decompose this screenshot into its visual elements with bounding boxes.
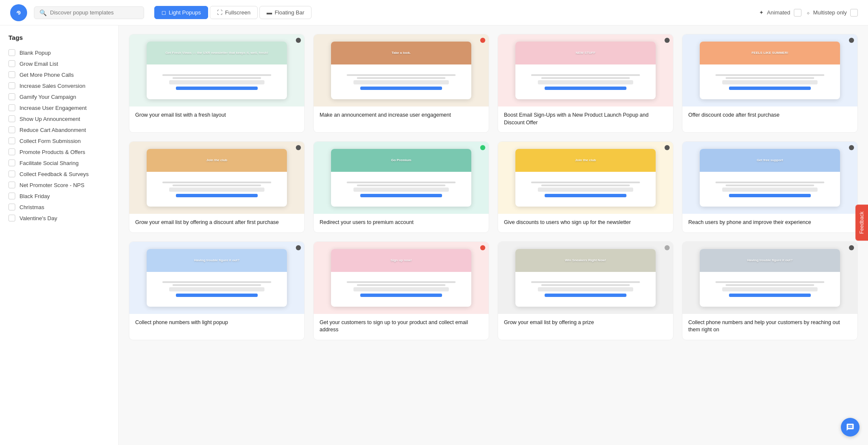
valentines-checkbox[interactable] [8,215,15,221]
animated-checkbox[interactable] [794,9,801,17]
mock-line-2 [541,77,630,79]
sidebar-item-more-calls[interactable]: Get More Phone Calls [8,69,110,80]
card-image-area: Win Sneakers Right Now! [498,242,673,314]
template-card[interactable]: FEELS LIKE SUMMER! Offer discount code a… [682,34,858,133]
card-title: Give discounts to users who sign up for … [504,219,667,227]
logo [10,4,27,21]
card-image-area: Get Fresh Views — the UXR newsletter tha… [129,34,304,106]
template-card[interactable]: Win Sneakers Right Now! Grow your email … [498,241,673,340]
search-input[interactable] [50,9,139,16]
sidebar-item-form-submission[interactable]: Collect Form Submission [8,135,110,146]
mock-line-1 [531,281,640,283]
mock-cta-btn [360,87,442,90]
popup-mock-header: Get free support [700,149,840,172]
mock-line-1 [162,74,272,76]
sidebar-item-feedback-surveys-label: Collect Feedback & Surveys [19,171,89,177]
template-card[interactable]: Get free support Reach users by phone an… [682,141,858,233]
card-dot [296,38,301,43]
tab-light-popups[interactable]: ◻ Light Popups [154,6,208,19]
popup-mock: Get free support [700,149,840,207]
black-friday-checkbox[interactable] [8,193,15,199]
blank-checkbox[interactable] [8,49,15,56]
mock-line-2 [357,77,446,79]
card-title: Collect phone numbers with light popup [135,319,298,327]
sidebar-item-user-engagement[interactable]: Increase User Engagement [8,102,110,113]
sidebar-item-social-sharing[interactable]: Facilitate Social Sharing [8,157,110,168]
multistep-checkbox[interactable] [850,9,858,17]
light-popups-icon: ◻ [161,9,166,16]
card-dot [665,245,670,250]
mock-cta-btn [360,194,442,197]
sidebar-item-black-friday[interactable]: Black Friday [8,190,110,202]
popup-mock-header: Get Fresh Views — the UXR newsletter tha… [147,42,287,64]
tab-fullscreen[interactable]: ⛶ Fullscreen [210,6,258,19]
popup-mock-header: Sign up now! [331,249,471,272]
nps-checkbox[interactable] [8,182,15,188]
sidebar-item-christmas[interactable]: Christmas [8,202,110,213]
sidebar-item-grow-email[interactable]: Grow Email List [8,58,110,69]
popup-mock: Go Premium [331,149,471,207]
card-title: Get your customers to sign up to your pr… [320,319,483,334]
user-engagement-checkbox[interactable] [8,104,15,111]
template-card[interactable]: Having trouble figure it out? Collect ph… [129,241,305,340]
sidebar-item-cart-abandonment[interactable]: Reduce Cart Abandonment [8,124,110,135]
sidebar-item-sales-conversion[interactable]: Increase Sales Conversion [8,80,110,91]
mock-cta-btn [545,87,626,90]
template-card[interactable]: Join the club Grow your email list by of… [129,141,305,233]
popup-mock-body [331,64,471,99]
gamify-checkbox[interactable] [8,93,15,100]
popup-mock: Take a look. [331,42,471,99]
mock-input [353,287,449,291]
form-submission-checkbox[interactable] [8,137,15,144]
announcement-checkbox[interactable] [8,115,15,122]
card-title: Redirect your users to premium account [320,219,483,227]
chat-button[interactable] [841,418,860,437]
sidebar-item-feedback-surveys[interactable]: Collect Feedback & Surveys [8,168,110,179]
feedback-surveys-checkbox[interactable] [8,171,15,177]
sidebar-item-gamify[interactable]: Gamify Your Campaign [8,91,110,102]
template-card[interactable]: Sign up now! Get your customers to sign … [313,241,489,340]
popup-mock-body [515,272,655,307]
template-card[interactable]: NEW STUFF Boost Email Sign-Ups with a Ne… [498,34,673,133]
popup-mock-body [515,172,655,207]
grow-email-checkbox[interactable] [8,60,15,67]
mock-line-1 [531,74,640,76]
card-image-inner: Get free support [682,142,857,214]
sidebar-item-valentines-label: Valentine's Day [19,215,57,221]
feedback-button[interactable]: Feedback [856,204,868,241]
popup-mock: Sign up now! [331,249,471,307]
popup-mock: NEW STUFF [515,42,655,99]
sales-conversion-checkbox[interactable] [8,82,15,89]
card-dot [480,245,485,250]
sidebar-item-blank[interactable]: Blank Popup [8,47,110,58]
sidebar-item-form-submission-label: Collect Form Submission [19,138,81,144]
template-card[interactable]: Having trouble figure it out? Collect ph… [682,241,858,340]
mock-line-2 [172,284,262,286]
card-image-inner: Get Fresh Views — the UXR newsletter tha… [129,34,304,106]
animated-toggle-group: ✦ Animated [759,9,801,17]
cart-abandonment-checkbox[interactable] [8,126,15,133]
card-body: Give discounts to users who sign up for … [498,214,673,232]
template-card[interactable]: Get Fresh Views — the UXR newsletter tha… [129,34,305,133]
sidebar-item-valentines[interactable]: Valentine's Day [8,213,110,224]
popup-mock-body [700,64,840,99]
sidebar-item-promote-products[interactable]: Promote Products & Offers [8,146,110,157]
template-card[interactable]: Go Premium Redirect your users to premiu… [313,141,489,233]
search-bar[interactable]: 🔍 [34,6,144,19]
sidebar-item-nps[interactable]: Net Promoter Score - NPS [8,179,110,190]
more-calls-checkbox[interactable] [8,71,15,78]
template-grid: Get Fresh Views — the UXR newsletter tha… [129,34,858,340]
template-card[interactable]: Take a look. Make an announcement and in… [313,34,489,133]
card-dot [480,38,485,43]
mock-input [538,287,634,291]
social-sharing-checkbox[interactable] [8,160,15,166]
popup-mock: Win Sneakers Right Now! [515,249,655,307]
popup-mock-body [515,64,655,99]
template-card[interactable]: Join the club Give discounts to users wh… [498,141,673,233]
multistep-label: Multistep only [813,9,847,16]
card-image-area: NEW STUFF [498,34,673,106]
sidebar-item-announcement[interactable]: Show Up Announcement [8,113,110,124]
promote-products-checkbox[interactable] [8,148,15,155]
christmas-checkbox[interactable] [8,204,15,210]
tab-floating-bar[interactable]: ▬ Floating Bar [259,6,312,19]
